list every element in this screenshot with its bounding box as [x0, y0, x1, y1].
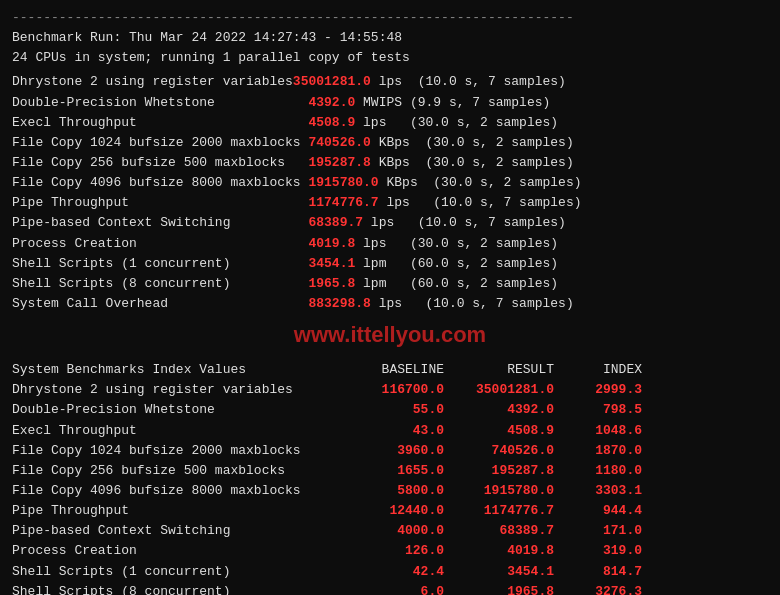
index-data-row: File Copy 1024 bufsize 2000 maxblocks396…	[12, 441, 768, 461]
bench-unit: lps	[363, 213, 410, 233]
bench-row: Double-Precision Whetstone 4392.0 MWIPS …	[12, 93, 768, 113]
index-row-result: 4019.8	[452, 541, 562, 561]
index-table: System Benchmarks Index ValuesBASELINERE…	[12, 360, 768, 595]
bench-label: File Copy 4096 bufsize 8000 maxblocks	[12, 173, 308, 193]
index-row-label: Pipe-based Context Switching	[12, 521, 352, 541]
index-row-label: File Copy 4096 bufsize 8000 maxblocks	[12, 481, 352, 501]
header-line2: 24 CPUs in system; running 1 parallel co…	[12, 48, 768, 68]
index-data-row: Dhrystone 2 using register variables1167…	[12, 380, 768, 400]
bench-meta: (30.0 s, 2 samples)	[418, 133, 574, 153]
bench-meta: (30.0 s, 2 samples)	[402, 234, 558, 254]
bench-meta: (10.0 s, 7 samples)	[425, 193, 581, 213]
index-row-index: 1048.6	[562, 421, 642, 441]
bench-row: Process Creation 4019.8 lps (30.0 s, 2 s…	[12, 234, 768, 254]
bench-row: File Copy 1024 bufsize 2000 maxblocks 74…	[12, 133, 768, 153]
bench-meta: (10.0 s, 7 samples)	[418, 294, 574, 314]
bench-unit: lps	[379, 193, 426, 213]
index-row-baseline: 6.0	[352, 582, 452, 595]
index-row-result: 35001281.0	[452, 380, 562, 400]
bench-unit: KBps	[371, 153, 418, 173]
bench-meta: (9.9 s, 7 samples)	[402, 93, 550, 113]
index-row-result: 740526.0	[452, 441, 562, 461]
index-row-result: 3454.1	[452, 562, 562, 582]
bench-value: 883298.8	[308, 294, 370, 314]
index-data-row: Pipe Throughput 12440.01174776.7944.4	[12, 501, 768, 521]
index-data-row: Shell Scripts (1 concurrent) 42.43454.18…	[12, 562, 768, 582]
bench-label: File Copy 256 bufsize 500 maxblocks	[12, 153, 308, 173]
index-row-result: 1965.8	[452, 582, 562, 595]
index-row-index: 319.0	[562, 541, 642, 561]
bench-meta: (10.0 s, 7 samples)	[410, 213, 566, 233]
index-row-label: Shell Scripts (1 concurrent)	[12, 562, 352, 582]
bench-label: Double-Precision Whetstone	[12, 93, 308, 113]
bench-meta: (30.0 s, 2 samples)	[418, 153, 574, 173]
index-row-result: 1915780.0	[452, 481, 562, 501]
index-row-label: File Copy 1024 bufsize 2000 maxblocks	[12, 441, 352, 461]
bench-unit: lpm	[355, 254, 402, 274]
bench-value: 68389.7	[308, 213, 363, 233]
benchmark-results: Dhrystone 2 using register variables3500…	[12, 72, 768, 314]
bench-row: Pipe Throughput 1174776.7 lps (10.0 s, 7…	[12, 193, 768, 213]
bench-label: Pipe-based Context Switching	[12, 213, 308, 233]
index-row-baseline: 116700.0	[352, 380, 452, 400]
index-row-baseline: 1655.0	[352, 461, 452, 481]
bench-meta: (10.0 s, 7 samples)	[410, 72, 566, 92]
bench-meta: (30.0 s, 2 samples)	[425, 173, 581, 193]
top-divider: ----------------------------------------…	[12, 8, 768, 28]
index-row-label: Execl Throughput	[12, 421, 352, 441]
index-row-index: 798.5	[562, 400, 642, 420]
index-col-index-header: INDEX	[562, 360, 642, 380]
bench-label: Shell Scripts (8 concurrent)	[12, 274, 308, 294]
header-line1: Benchmark Run: Thu Mar 24 2022 14:27:43 …	[12, 28, 768, 48]
bench-value: 1174776.7	[308, 193, 378, 213]
bench-unit: lpm	[355, 274, 402, 294]
index-row-baseline: 12440.0	[352, 501, 452, 521]
index-header-row: System Benchmarks Index ValuesBASELINERE…	[12, 360, 768, 380]
bench-value: 740526.0	[308, 133, 370, 153]
index-row-label: Dhrystone 2 using register variables	[12, 380, 352, 400]
index-row-result: 195287.8	[452, 461, 562, 481]
index-col-label-header: System Benchmarks Index Values	[12, 360, 352, 380]
index-row-baseline: 42.4	[352, 562, 452, 582]
bench-label: Process Creation	[12, 234, 308, 254]
index-data-row: File Copy 256 bufsize 500 maxblocks 1655…	[12, 461, 768, 481]
watermark: www.ittellyou.com	[12, 318, 768, 352]
bench-value: 4392.0	[308, 93, 355, 113]
index-row-baseline: 3960.0	[352, 441, 452, 461]
terminal-container: ----------------------------------------…	[12, 8, 768, 595]
index-row-label: File Copy 256 bufsize 500 maxblocks	[12, 461, 352, 481]
bench-label: Dhrystone 2 using register variables	[12, 72, 293, 92]
index-row-index: 2999.3	[562, 380, 642, 400]
index-data-row: File Copy 4096 bufsize 8000 maxblocks580…	[12, 481, 768, 501]
bench-row: File Copy 256 bufsize 500 maxblocks 1952…	[12, 153, 768, 173]
bench-label: Pipe Throughput	[12, 193, 308, 213]
bench-value: 1965.8	[308, 274, 355, 294]
index-row-label: Pipe Throughput	[12, 501, 352, 521]
index-row-baseline: 126.0	[352, 541, 452, 561]
index-data-row: Execl Throughput 43.04508.91048.6	[12, 421, 768, 441]
index-data-row: Shell Scripts (8 concurrent) 6.01965.832…	[12, 582, 768, 595]
bench-label: Execl Throughput	[12, 113, 308, 133]
header-section: Benchmark Run: Thu Mar 24 2022 14:27:43 …	[12, 28, 768, 68]
index-col-baseline-header: BASELINE	[352, 360, 452, 380]
bench-value: 3454.1	[308, 254, 355, 274]
index-rows: Dhrystone 2 using register variables1167…	[12, 380, 768, 595]
bench-value: 35001281.0	[293, 72, 371, 92]
bench-unit: KBps	[371, 133, 418, 153]
bench-row: Pipe-based Context Switching 68389.7 lps…	[12, 213, 768, 233]
index-row-index: 171.0	[562, 521, 642, 541]
index-row-index: 3303.1	[562, 481, 642, 501]
bench-value: 1915780.0	[308, 173, 378, 193]
bench-meta: (60.0 s, 2 samples)	[402, 254, 558, 274]
index-data-row: Double-Precision Whetstone 55.04392.0798…	[12, 400, 768, 420]
index-row-baseline: 5800.0	[352, 481, 452, 501]
index-row-baseline: 4000.0	[352, 521, 452, 541]
index-row-result: 68389.7	[452, 521, 562, 541]
bench-meta: (60.0 s, 2 samples)	[402, 274, 558, 294]
bench-label: File Copy 1024 bufsize 2000 maxblocks	[12, 133, 308, 153]
bench-unit: lps	[355, 113, 402, 133]
bench-row: Shell Scripts (1 concurrent) 3454.1 lpm …	[12, 254, 768, 274]
bench-unit: lps	[371, 72, 410, 92]
index-row-label: Process Creation	[12, 541, 352, 561]
bench-unit: lps	[371, 294, 418, 314]
